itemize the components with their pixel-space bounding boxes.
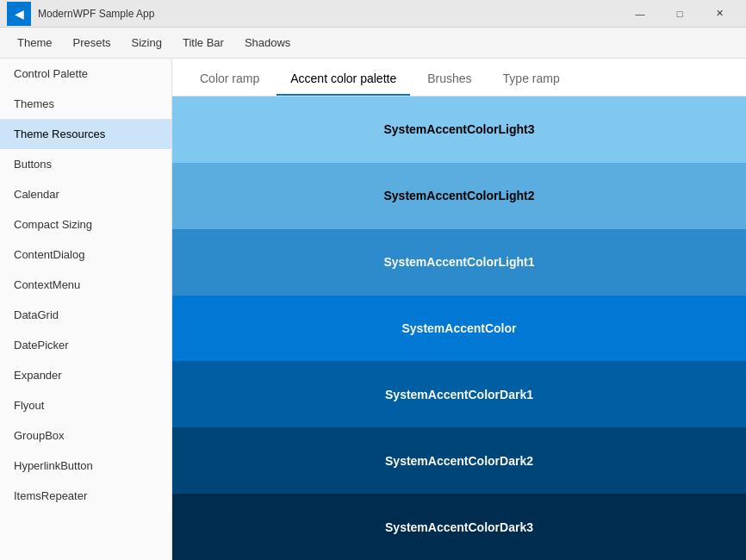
menu-item-title-bar[interactable]: Title Bar	[172, 31, 234, 54]
menu-item-shadows[interactable]: Shadows	[234, 31, 301, 54]
menu-item-sizing[interactable]: Sizing	[121, 31, 172, 54]
back-button[interactable]: ◀	[7, 2, 31, 26]
sidebar-item-contextmenu[interactable]: ContextMenu	[0, 270, 171, 300]
close-button[interactable]: ✕	[699, 0, 739, 28]
sidebar-item-groupbox[interactable]: GroupBox	[0, 420, 171, 451]
sidebar-item-itemsrepeater[interactable]: ItemsRepeater	[0, 481, 171, 511]
sidebar-item-hyperlinkbutton[interactable]: HyperlinkButton	[0, 451, 171, 481]
swatch-systemaccentcolorlight2: SystemAccentColorLight2	[172, 163, 746, 229]
minimize-button[interactable]: —	[620, 0, 660, 28]
tab-brushes[interactable]: Brushes	[413, 63, 485, 96]
sidebar-item-expander[interactable]: Expander	[0, 360, 171, 390]
menu-item-presets[interactable]: Presets	[62, 31, 121, 54]
sidebar-item-contentdialog[interactable]: ContentDialog	[0, 240, 171, 270]
palette-area: SystemAccentColorLight3SystemAccentColor…	[172, 96, 746, 560]
sidebar-item-flyout[interactable]: Flyout	[0, 390, 171, 420]
content-area: Color rampAccent color paletteBrushesTyp…	[172, 59, 746, 560]
swatch-systemaccentcolordark1: SystemAccentColorDark1	[172, 361, 746, 427]
title-bar: ◀ ModernWPF Sample App — □ ✕	[0, 0, 746, 28]
swatch-systemaccentcolor: SystemAccentColor	[172, 296, 746, 362]
tab-bar: Color rampAccent color paletteBrushesTyp…	[172, 59, 746, 96]
sidebar: Control PaletteThemesTheme ResourcesButt…	[0, 59, 172, 560]
swatch-systemaccentcolordark2: SystemAccentColorDark2	[172, 427, 746, 494]
sidebar-item-calendar[interactable]: Calendar	[0, 179, 171, 209]
main-layout: Control PaletteThemesTheme ResourcesButt…	[0, 59, 746, 560]
swatch-systemaccentcolorlight1: SystemAccentColorLight1	[172, 229, 746, 296]
sidebar-item-themes[interactable]: Themes	[0, 89, 171, 119]
sidebar-item-buttons[interactable]: Buttons	[0, 149, 171, 179]
maximize-button[interactable]: □	[660, 0, 699, 28]
sidebar-item-compact-sizing[interactable]: Compact Sizing	[0, 209, 171, 240]
swatch-systemaccentcolorlight3: SystemAccentColorLight3	[172, 96, 746, 163]
sidebar-item-datagrid[interactable]: DataGrid	[0, 300, 171, 330]
tab-accent-color-palette[interactable]: Accent color palette	[277, 63, 410, 96]
app-title: ModernWPF Sample App	[38, 8, 620, 20]
sidebar-item-datepicker[interactable]: DatePicker	[0, 330, 171, 360]
menu-bar: ThemePresetsSizingTitle BarShadows	[0, 28, 746, 59]
swatch-systemaccentcolordark3: SystemAccentColorDark3	[172, 494, 746, 560]
tab-color-ramp[interactable]: Color ramp	[186, 63, 273, 96]
sidebar-item-theme-resources[interactable]: Theme Resources	[0, 119, 171, 149]
menu-item-theme[interactable]: Theme	[7, 31, 62, 54]
window-controls: — □ ✕	[620, 0, 739, 28]
tab-type-ramp[interactable]: Type ramp	[489, 63, 574, 96]
sidebar-item-control-palette[interactable]: Control Palette	[0, 59, 171, 89]
